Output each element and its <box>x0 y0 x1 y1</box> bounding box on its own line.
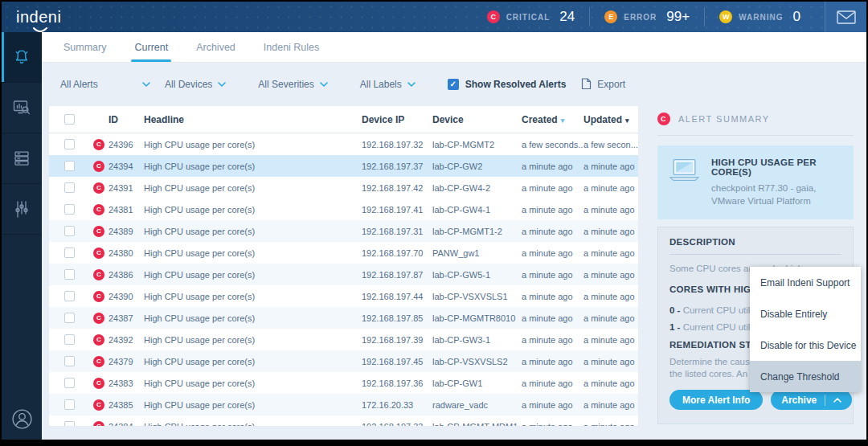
severity-badge-icon: W <box>719 10 732 23</box>
menu-item[interactable]: Email Indeni Support <box>750 267 861 298</box>
alert-row[interactable]: C 24389 High CPU usage per core(s) 192.1… <box>49 220 638 242</box>
row-checkbox[interactable] <box>64 291 75 301</box>
sidebar <box>2 32 42 440</box>
alert-id: 24390 <box>108 292 144 301</box>
alert-headline: High CPU usage per core(s) <box>144 378 362 388</box>
alert-created: a minute ago <box>522 400 583 410</box>
select-all-checkbox[interactable] <box>64 114 75 125</box>
critical-severity-icon: C <box>93 161 104 172</box>
archive-button[interactable]: Archive <box>771 390 852 410</box>
sidebar-item-alerts[interactable] <box>2 32 42 83</box>
filters-bar: All Alerts All Devices <box>48 73 640 95</box>
alert-device-ip: 192.168.197.36 <box>362 378 432 388</box>
alert-row[interactable]: C 24391 High CPU usage per core(s) 192.1… <box>49 177 638 198</box>
table-body: C 24396 High CPU usage per core(s) 192.1… <box>49 133 638 427</box>
col-header-created[interactable]: Created▾ <box>522 114 583 125</box>
filter-dropdown[interactable]: All Devices <box>165 79 226 90</box>
menu-item[interactable]: Disable Entirely <box>750 298 861 329</box>
chevron-down-icon <box>320 82 328 87</box>
alert-device: lab-CP-GW3-1 <box>432 335 522 345</box>
row-checkbox[interactable] <box>64 204 75 215</box>
tab-label: Summary <box>63 42 106 53</box>
alert-row[interactable]: C 24381 High CPU usage per core(s) 192.1… <box>49 198 638 220</box>
filter-dropdown[interactable]: All Alerts <box>60 79 150 90</box>
alert-device: lab-CP-GW4-1 <box>432 205 522 215</box>
col-header-updated[interactable]: Updated▾ <box>583 114 638 125</box>
col-header-headline[interactable]: Headline <box>144 114 362 125</box>
row-checkbox[interactable] <box>64 248 75 258</box>
row-checkbox[interactable] <box>64 378 75 388</box>
alert-id: 24387 <box>108 313 144 323</box>
export-button[interactable]: Export <box>581 78 625 90</box>
row-checkbox[interactable] <box>64 313 75 323</box>
alert-row[interactable]: C 24380 High CPU usage per core(s) 192.1… <box>49 242 638 264</box>
menu-item-label: Disable for this Device <box>760 340 856 351</box>
filter-dropdown[interactable]: All Severities <box>258 79 327 90</box>
row-checkbox[interactable] <box>64 421 75 427</box>
alert-updated: a minute ago <box>583 270 638 280</box>
alert-row[interactable]: C 24383 High CPU usage per core(s) 192.1… <box>49 372 638 394</box>
alert-updated: a minute ago <box>583 335 638 345</box>
alert-counter[interactable]: C CRITICAL 24 <box>473 7 590 27</box>
alert-device-ip: 192.168.197.44 <box>362 292 432 301</box>
alert-row[interactable]: C 24390 High CPU usage per core(s) 192.1… <box>49 285 638 307</box>
col-header-device-ip[interactable]: Device IP <box>362 114 432 125</box>
alerts-list-section: All Alerts All Devices <box>42 63 640 440</box>
row-checkbox[interactable] <box>64 399 75 410</box>
row-checkbox[interactable] <box>64 269 75 280</box>
sidebar-item-rule-settings[interactable] <box>2 184 42 235</box>
messages-button[interactable] <box>825 2 866 32</box>
tab[interactable]: Archived <box>193 32 239 62</box>
alert-device: radware_vadc <box>432 400 522 410</box>
alert-row[interactable]: C 24396 High CPU usage per core(s) 192.1… <box>49 133 638 155</box>
alert-row[interactable]: C 24386 High CPU usage per core(s) 192.1… <box>49 264 638 285</box>
row-checkbox[interactable] <box>64 161 75 171</box>
alert-updated: a minute ago <box>583 400 638 410</box>
row-checkbox[interactable] <box>64 226 75 236</box>
alert-headline: High CPU usage per core(s) <box>144 248 362 258</box>
show-resolved-label: Show Resolved Alerts <box>465 79 567 90</box>
alert-headline: High CPU usage per core(s) <box>144 400 362 410</box>
menu-item[interactable]: Change Threshold <box>750 361 861 392</box>
alert-row[interactable]: C 24387 High CPU usage per core(s) 192.1… <box>49 307 638 329</box>
alert-headline: High CPU usage per core(s) <box>144 183 362 193</box>
sidebar-item-devices[interactable] <box>2 133 42 184</box>
show-resolved-toggle[interactable]: ✓ Show Resolved Alerts <box>448 79 567 90</box>
alert-counter[interactable]: W WARNING 0 <box>704 7 815 27</box>
sidebar-item-monitoring[interactable] <box>2 83 42 133</box>
alert-device: lab-CP-MGMTR8010 <box>432 313 522 323</box>
col-header-id[interactable]: ID <box>108 114 144 125</box>
row-checkbox[interactable] <box>64 139 75 149</box>
user-profile-button[interactable] <box>2 408 42 430</box>
row-checkbox[interactable] <box>64 334 75 345</box>
alert-updated: a minute ago <box>583 227 638 236</box>
alert-row[interactable]: C 24385 High CPU usage per core(s) 172.1… <box>49 394 638 415</box>
more-alert-info-button[interactable]: More Alert Info <box>669 390 763 410</box>
checkbox-checked-icon[interactable]: ✓ <box>448 79 459 90</box>
alert-summary-header: C ALERT SUMMARY <box>657 113 854 136</box>
alert-device-ip: 192.168.197.70 <box>362 248 432 258</box>
alert-row[interactable]: C 24384 High CPU usage per core(s) 192.1… <box>49 415 638 427</box>
menu-item[interactable]: Disable for this Device <box>750 329 861 361</box>
alert-id: 24396 <box>108 140 144 149</box>
alert-created: a minute ago <box>522 248 583 258</box>
filter-dropdown[interactable]: All Labels <box>360 79 416 90</box>
alert-counter[interactable]: E ERROR 99+ <box>589 7 704 27</box>
alert-row[interactable]: C 24394 High CPU usage per core(s) 192.1… <box>49 155 638 177</box>
col-header-device[interactable]: Device <box>432 114 522 125</box>
row-checkbox[interactable] <box>64 356 75 366</box>
row-checkbox[interactable] <box>64 182 75 193</box>
divider <box>669 254 841 255</box>
alert-updated: a minute ago <box>583 248 638 258</box>
tab[interactable]: Current <box>131 32 171 62</box>
alert-device: lab-CP-GW2 <box>432 162 522 171</box>
tab[interactable]: Summary <box>60 32 109 62</box>
alert-created: a minute ago <box>522 205 583 215</box>
tab[interactable]: Indeni Rules <box>260 32 323 62</box>
alert-row[interactable]: C 24392 High CPU usage per core(s) 192.1… <box>49 329 638 350</box>
menu-item-label: Change Threshold <box>760 371 840 383</box>
core-number: 0 - <box>669 305 680 315</box>
alert-row[interactable]: C 24379 High CPU usage per core(s) 192.1… <box>49 350 638 372</box>
sort-arrow-created-icon: ▾ <box>561 117 565 125</box>
alert-device-ip: 172.16.20.33 <box>362 400 432 410</box>
